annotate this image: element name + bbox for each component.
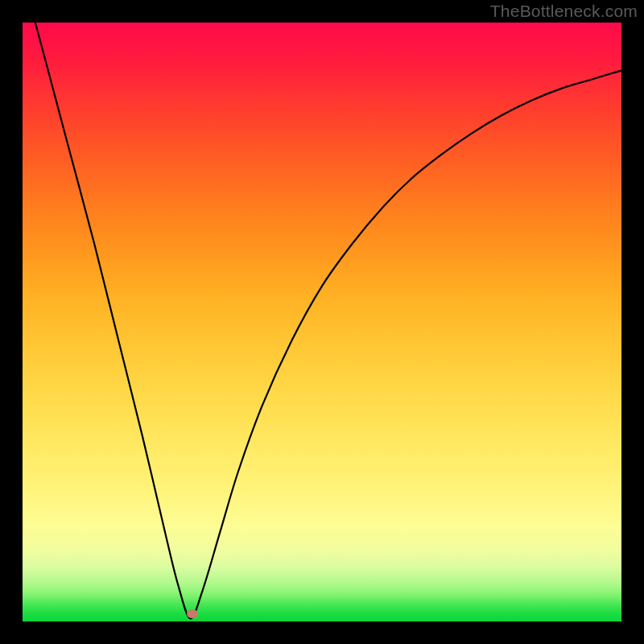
plot-area xyxy=(23,23,621,621)
curve-path xyxy=(23,23,621,618)
optimal-point-marker xyxy=(187,609,198,618)
bottleneck-curve xyxy=(23,23,621,621)
watermark-text: TheBottleneck.com xyxy=(490,2,638,21)
chart-frame: TheBottleneck.com xyxy=(0,0,644,644)
